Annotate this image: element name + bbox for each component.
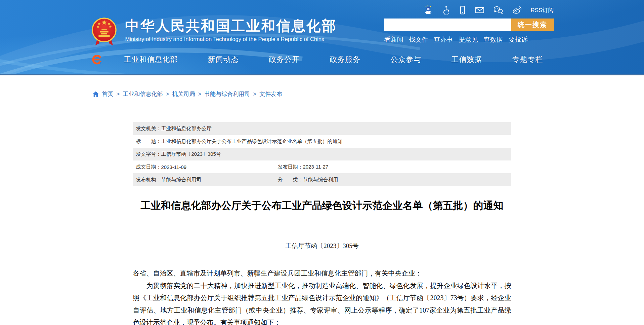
meta-value: 节能与综合利用司 [161, 177, 202, 183]
meta-cell-category: 分 类：节能与综合利用 [278, 177, 338, 183]
quick-link-data[interactable]: 查数据 [484, 35, 503, 44]
meta-value: 工业和信息化部办公厅 [161, 125, 212, 132]
unified-search-button[interactable]: 统一搜索 [511, 19, 554, 31]
breadcrumb-item-miit[interactable]: 工业和信息化部 [123, 90, 163, 98]
document-area: 发文机关：工业和信息化部办公厅 标 题：工业和信息化部办公厅关于公布工业产品绿色… [133, 122, 511, 325]
meta-value: 2023-11-27 [303, 164, 329, 170]
breadcrumb-separator: > [253, 91, 256, 98]
meta-label: 标 题： [136, 138, 161, 145]
meta-label: 发文字号： [136, 151, 161, 157]
meta-value: 工信厅节函〔2023〕305号 [161, 151, 221, 157]
nav-item-participation[interactable]: 公众参与 [390, 55, 421, 65]
nav-item-gov-affairs[interactable]: 政务公开 [269, 55, 300, 65]
breadcrumb-separator: > [198, 91, 201, 98]
search-input[interactable] [384, 19, 511, 31]
breadcrumb-item-home[interactable]: 首页 [102, 90, 114, 98]
nav-logo-icon [91, 54, 102, 65]
site-subtitle: Ministry of Industry and Information Tec… [125, 36, 337, 42]
accessibility-icon[interactable] [441, 6, 450, 14]
breadcrumb-item-document-release[interactable]: 文件发布 [259, 90, 282, 98]
quick-link-complaints[interactable]: 要投诉 [509, 35, 528, 44]
quick-link-suggestions[interactable]: 提意见 [459, 35, 478, 44]
main-nav: 工业和信息化部 新闻动态 政务公开 政务服务 公众参与 工信数据 专题专栏 [90, 54, 554, 65]
breadcrumb-separator: > [166, 91, 169, 98]
meta-label: 发文机关： [136, 125, 161, 132]
doc-meta-table: 发文机关：工业和信息化部办公厅 标 题：工业和信息化部办公厅关于公布工业产品绿色… [133, 122, 511, 186]
article-doc-number: 工信厅节函〔2023〕305号 [133, 242, 511, 250]
article-title: 工业和信息化部办公厅关于公布工业产品绿色设计示范企业名单（第五批）的通知 [133, 199, 511, 213]
site-title: 中华人民共和国工业和信息化部 [125, 18, 337, 34]
meta-row-publisher: 发布机构：节能与综合利用司 分 类：节能与综合利用 [133, 173, 511, 186]
meta-cell-publish-date: 发布日期：2023-11-27 [278, 164, 329, 170]
nav-item-gov-services[interactable]: 政务服务 [330, 55, 360, 65]
meta-row-dates: 成文日期：2023-11-09 发布日期：2023-11-27 [133, 160, 511, 173]
article-paragraph-salutation: 各省、自治区、直辖市及计划单列市、新疆生产建设兵团工业和信息化主管部门，有关中央… [133, 267, 511, 280]
search-area: 统一搜索 看新闻 找文件 查办事 提意见 查数据 要投诉 [384, 19, 554, 44]
nav-item-topics[interactable]: 专题专栏 [512, 55, 543, 65]
mail-icon[interactable] [475, 6, 484, 14]
brand: 中华人民共和国工业和信息化部 Ministry of Industry and … [90, 17, 337, 48]
breadcrumb-separator: > [117, 91, 120, 98]
national-emblem [90, 17, 118, 48]
nav-item-news[interactable]: 新闻动态 [208, 55, 239, 65]
topbar: RSS订阅 [424, 5, 554, 15]
breadcrumb-item-departments[interactable]: 机关司局 [172, 90, 195, 98]
meta-row-doc-number: 发文字号：工信厅节函〔2023〕305号 [133, 148, 511, 160]
meta-label: 成文日期： [136, 164, 161, 170]
meta-label: 发布日期： [278, 164, 303, 170]
breadcrumb: 首页 > 工业和信息化部 > 机关司局 > 节能与综合利用司 > 文件发布 [90, 90, 554, 98]
meta-value: 节能与综合利用 [303, 177, 338, 182]
nav-item-miit[interactable]: 工业和信息化部 [124, 55, 178, 65]
mascot-icon[interactable] [424, 5, 433, 15]
site-header: RSS订阅 [0, 0, 644, 75]
meta-label: 发布机构： [136, 177, 161, 183]
nav-item-data[interactable]: 工信数据 [451, 55, 482, 65]
meta-row-issuing-agency: 发文机关：工业和信息化部办公厅 [133, 122, 511, 135]
quick-link-documents[interactable]: 找文件 [409, 35, 428, 44]
meta-value: 工业和信息化部办公厅关于公布工业产品绿色设计示范企业名单（第五批）的通知 [161, 138, 343, 145]
rss-subscribe-link[interactable]: RSS订阅 [531, 6, 554, 14]
quick-link-news[interactable]: 看新闻 [384, 35, 403, 44]
weibo-icon[interactable] [512, 6, 522, 14]
wechat-icon[interactable] [493, 6, 503, 14]
meta-row-title: 标 题：工业和信息化部办公厅关于公布工业产品绿色设计示范企业名单（第五批）的通知 [133, 135, 511, 148]
home-icon[interactable] [92, 91, 99, 97]
quick-links: 看新闻 找文件 查办事 提意见 查数据 要投诉 [384, 35, 554, 44]
quick-link-services[interactable]: 查办事 [434, 35, 453, 44]
mobile-icon[interactable] [459, 6, 466, 14]
article-paragraph-main: 为贯彻落实党的二十大精神，加快推进新型工业化，推动制造业高端化、智能化、绿色化发… [133, 280, 511, 325]
meta-label: 分 类： [278, 177, 303, 182]
article-body: 各省、自治区、直辖市及计划单列市、新疆生产建设兵团工业和信息化主管部门，有关中央… [133, 267, 511, 325]
breadcrumb-item-energy-dept[interactable]: 节能与综合利用司 [204, 90, 250, 98]
meta-value: 2023-11-09 [161, 164, 187, 170]
